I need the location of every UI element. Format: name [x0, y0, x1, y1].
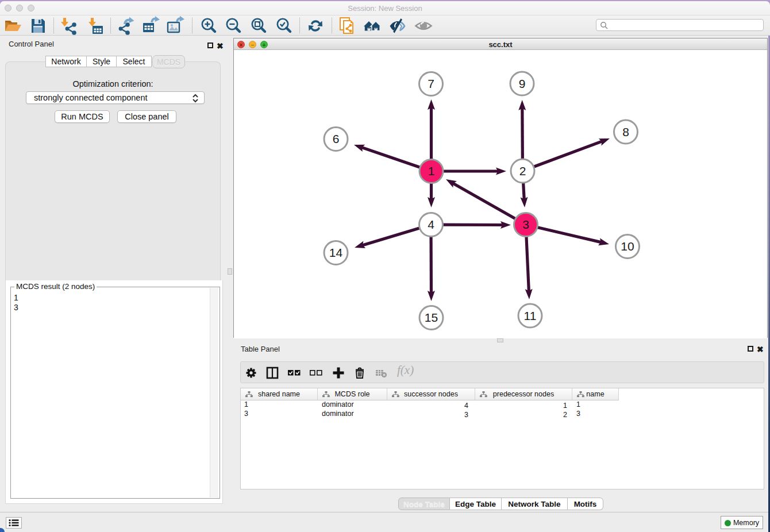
svg-text:6: 6 [333, 132, 340, 145]
svg-text:9: 9 [519, 77, 526, 90]
svg-text:8: 8 [622, 125, 629, 138]
svg-text:2: 2 [519, 164, 526, 178]
svg-text:10: 10 [621, 240, 634, 253]
svg-text:4: 4 [428, 218, 434, 231]
svg-text:14: 14 [329, 246, 343, 259]
svg-text:15: 15 [425, 311, 438, 324]
svg-text:11: 11 [524, 309, 537, 322]
svg-text:7: 7 [428, 77, 434, 90]
svg-text:1: 1 [428, 164, 435, 178]
svg-text:3: 3 [522, 218, 529, 231]
